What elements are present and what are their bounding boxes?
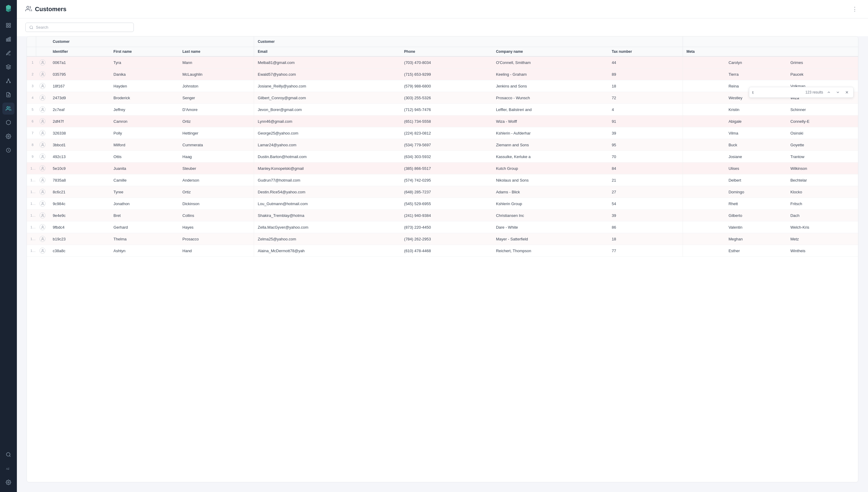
svg-rect-5 <box>8 38 9 41</box>
svg-point-18 <box>6 452 10 456</box>
row-company: Jenkins and Sons <box>493 80 608 92</box>
sidebar-item-customers[interactable] <box>2 103 15 115</box>
col-meta-header[interactable]: Meta <box>683 47 725 57</box>
table-row[interactable]: 2 035795 Danika McLaughlin Ewald57@yahoo… <box>27 69 858 80</box>
row-company: Christiansen Inc <box>493 210 608 221</box>
row-phone: (385) 866-5517 <box>400 163 493 174</box>
table-row[interactable]: 12 8c6c21 Tyree Ortiz Destin.Rice54@yaho… <box>27 186 858 198</box>
row-num: 17 <box>27 245 36 257</box>
row-num: 10 <box>27 163 36 174</box>
table-row[interactable]: 4 2473d9 Broderick Senger Gilbert_Conroy… <box>27 92 858 104</box>
sidebar-item-circle[interactable] <box>2 144 15 156</box>
svg-point-38 <box>42 190 43 192</box>
sidebar-item-file[interactable] <box>2 89 15 101</box>
row-icon <box>36 245 49 257</box>
col-company-header[interactable]: Company name <box>493 47 608 57</box>
sidebar-item-pen[interactable] <box>2 47 15 59</box>
search-prev-button[interactable] <box>825 89 832 96</box>
table-row[interactable]: 9 492c13 Ottis Haag Dustin.Barton@hotmai… <box>27 151 858 163</box>
search-close-button[interactable] <box>844 89 850 96</box>
search-box[interactable]: Search <box>25 23 134 32</box>
row-firstname: Milford <box>110 139 179 151</box>
svg-rect-1 <box>9 23 10 25</box>
page-header-left: Customers <box>25 5 66 13</box>
table-row[interactable]: 10 5e10c9 Juanita Steuber Manley.Konopel… <box>27 163 858 174</box>
table-row[interactable]: 17 c38a8c Ashtyn Hand Alaina_McDermott78… <box>27 245 858 257</box>
sidebar-item-settings2[interactable] <box>2 130 15 142</box>
sidebar-item-search[interactable] <box>2 448 15 461</box>
sidebar-item-az[interactable]: AZ <box>2 463 15 474</box>
row-email: Ewald57@yahoo.com <box>254 69 400 80</box>
row-email: Gilbert_Conroy@gmail.com <box>254 92 400 104</box>
svg-marker-7 <box>6 65 11 67</box>
col-icon-header <box>36 36 49 47</box>
svg-point-42 <box>42 238 43 239</box>
row-col10: Goyette <box>787 139 858 151</box>
row-tax: 18 <box>608 80 683 92</box>
row-icon <box>36 233 49 245</box>
row-tax: 86 <box>608 221 683 233</box>
col-firstname-header[interactable]: First name <box>110 47 179 57</box>
col-extra1-header <box>725 47 787 57</box>
col-identifier-header[interactable]: Identifier <box>49 47 110 57</box>
svg-point-41 <box>42 226 43 227</box>
row-lastname: McLaughlin <box>179 69 254 80</box>
row-icon <box>36 69 49 80</box>
table-row[interactable]: 16 b19c23 Thelma Prosacco Zelma25@yahoo.… <box>27 233 858 245</box>
row-identifier: b19c23 <box>49 233 110 245</box>
row-col10: Bechtelar <box>787 174 858 186</box>
row-email: Manley.Konopelski@gmail <box>254 163 400 174</box>
svg-point-28 <box>42 73 43 74</box>
col-email-header[interactable]: Email <box>254 47 400 57</box>
table-row[interactable]: 5 2c7eaf Jeffrey D'Amore Jevon_Borer@gma… <box>27 104 858 116</box>
search-result-input[interactable] <box>752 90 803 95</box>
col-phone-header[interactable]: Phone <box>400 47 493 57</box>
col-lastname-header[interactable]: Last name <box>179 47 254 57</box>
row-firstname: Gerhard <box>110 221 179 233</box>
sidebar-item-grid[interactable] <box>2 19 15 31</box>
row-company: Adams - Blick <box>493 186 608 198</box>
svg-point-27 <box>42 61 43 62</box>
table-row[interactable]: 8 3bbcd1 Milford Cummerata Lamar24@yahoo… <box>27 139 858 151</box>
col-extra2-header <box>787 47 858 57</box>
sidebar-item-settings-bottom[interactable] <box>2 476 15 488</box>
row-lastname: Prosacco <box>179 233 254 245</box>
row-meta <box>683 210 725 221</box>
sidebar-item-network[interactable] <box>2 75 15 87</box>
svg-rect-2 <box>6 26 8 27</box>
row-col9: Meghan <box>725 233 787 245</box>
svg-point-39 <box>42 202 43 203</box>
row-phone: (303) 255-5326 <box>400 92 493 104</box>
table-row[interactable]: 6 2df47f Camron Ortiz Lynn46@gmail.com (… <box>27 116 858 127</box>
row-company: Kassulke, Kerluke a <box>493 151 608 163</box>
app-logo[interactable] <box>3 4 14 15</box>
table-row[interactable]: 1 0067a1 Tyra Mann Melba81@gmail.com (70… <box>27 56 858 69</box>
row-lastname: Anderson <box>179 174 254 186</box>
table-row[interactable]: 3 18f167 Hayden Johnston Josiane_Reilly@… <box>27 80 858 92</box>
header-menu-button[interactable]: ⋮ <box>850 4 860 14</box>
col-icon-subheader <box>36 47 49 57</box>
row-meta <box>683 104 725 116</box>
sidebar-item-boxes[interactable] <box>2 117 15 128</box>
sidebar-item-analytics[interactable] <box>2 33 15 45</box>
sidebar-item-layers[interactable] <box>2 61 15 73</box>
row-company: Nikolaus and Sons <box>493 174 608 186</box>
search-next-button[interactable] <box>835 89 841 96</box>
row-company: Mayer - Satterfield <box>493 233 608 245</box>
row-num: 14 <box>27 210 36 221</box>
table-row[interactable]: 11 7835a8 Camille Anderson Gudrun77@hotm… <box>27 174 858 186</box>
row-firstname: Jonathon <box>110 198 179 210</box>
table-row[interactable]: 15 9fbdc4 Gerhard Hayes Zella.MacGyver@y… <box>27 221 858 233</box>
svg-point-33 <box>42 131 43 133</box>
table-row[interactable]: 13 9c984c Jonathon Dickinson Lou_Gutmann… <box>27 198 858 210</box>
table-row[interactable]: 14 9e4e9c Bret Collins Shakira_Tremblay@… <box>27 210 858 221</box>
row-phone: (703) 470-8034 <box>400 56 493 69</box>
row-num: 6 <box>27 116 36 127</box>
row-tax: 21 <box>608 174 683 186</box>
row-email: Shakira_Tremblay@hotma <box>254 210 400 221</box>
table-row[interactable]: 7 326338 Polly Hettinger George25@yahoo.… <box>27 127 858 139</box>
svg-text:AZ: AZ <box>6 468 10 470</box>
col-tax-header[interactable]: Tax number <box>608 47 683 57</box>
row-email: Jevon_Borer@gmail.com <box>254 104 400 116</box>
row-identifier: 2473d9 <box>49 92 110 104</box>
